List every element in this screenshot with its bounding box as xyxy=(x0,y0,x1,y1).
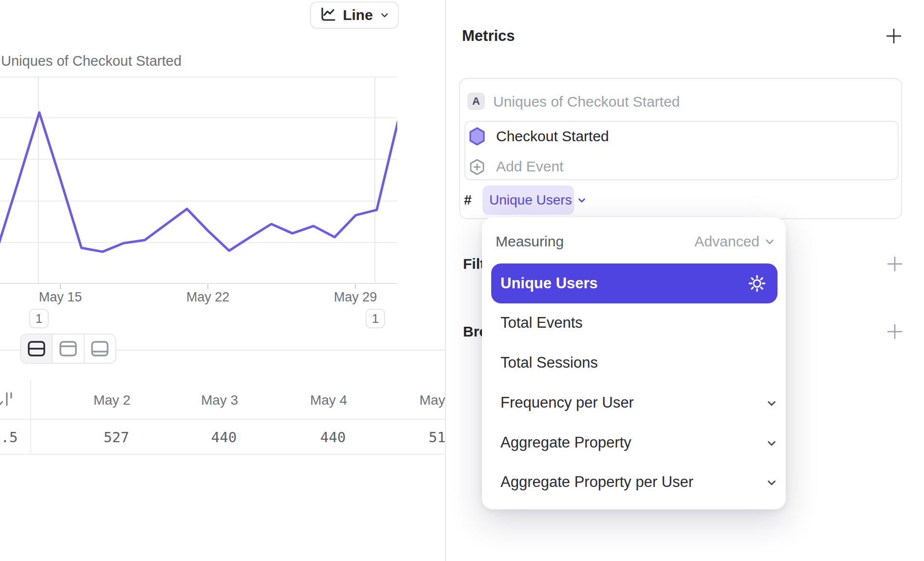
gear-icon[interactable] xyxy=(748,274,766,295)
menu-item-unique-users-selected[interactable]: Unique Users xyxy=(491,263,777,303)
chevron-down-icon xyxy=(379,10,390,20)
table-cell[interactable]: 51 xyxy=(429,429,446,446)
table-header-cell[interactable]: May 4 xyxy=(310,393,347,408)
table-row-border xyxy=(0,454,445,455)
layout-toggle-split[interactable] xyxy=(21,335,52,363)
x-axis-tick xyxy=(207,284,208,289)
add-metric-button[interactable] xyxy=(885,27,903,45)
menu-item-frequency-per-user[interactable]: Frequency per User xyxy=(500,394,634,411)
menu-item-total-sessions[interactable]: Total Sessions xyxy=(500,354,598,372)
hexagon-plus-icon xyxy=(469,159,485,177)
annotation-badge[interactable]: 1 xyxy=(366,309,385,328)
metric-card: A Uniques of Checkout Started Checkout S… xyxy=(459,78,902,219)
chart-line-series xyxy=(0,112,397,252)
table-row-label: 0.5 xyxy=(0,429,18,446)
menu-item-aggregate-property[interactable]: Aggregate Property xyxy=(500,434,631,451)
chevron-down-icon xyxy=(576,195,587,206)
plus-icon xyxy=(886,323,904,340)
add-event-button[interactable]: Add Event xyxy=(496,158,563,175)
x-axis-tick xyxy=(355,284,356,289)
chevron-down-icon xyxy=(765,397,778,411)
measuring-heading: Measuring xyxy=(496,233,564,250)
selected-item-label: Unique Users xyxy=(500,275,598,292)
table-header-cell[interactable]: May xyxy=(420,393,445,408)
x-axis-label: May 29 xyxy=(334,290,377,305)
measure-value: Unique Users xyxy=(489,192,572,208)
metrics-heading: Metrics xyxy=(462,27,515,45)
split-rows-icon xyxy=(28,341,45,356)
chart-type-label: Line xyxy=(343,7,373,23)
hexagon-icon xyxy=(469,127,485,148)
chevron-down-icon xyxy=(763,235,776,248)
table-cell[interactable]: 440 xyxy=(320,429,346,446)
event-name[interactable]: Checkout Started xyxy=(496,128,609,145)
advanced-mode-label: Advanced xyxy=(695,233,759,250)
top-bar-icon xyxy=(59,341,77,356)
chevron-down-icon xyxy=(765,437,778,451)
x-axis-label: May 22 xyxy=(186,290,230,305)
line-chart-icon xyxy=(319,7,336,23)
chevron-down-icon xyxy=(765,476,778,491)
analytics-app: Line Uniques of Checkout Started May 15 … xyxy=(0,0,924,561)
table-header-border xyxy=(0,419,445,420)
x-axis-label: May 15 xyxy=(39,290,82,305)
metric-title-input[interactable]: Uniques of Checkout Started xyxy=(493,94,680,110)
sort-descending-icon[interactable] xyxy=(0,390,16,414)
event-block: Checkout Started Add Event xyxy=(464,121,899,180)
table-header-cell[interactable]: May 2 xyxy=(93,393,130,408)
measuring-popover: Measuring Advanced Unique Users xyxy=(482,217,786,509)
layout-toggle-group xyxy=(20,334,116,364)
layout-toggle-table-only[interactable] xyxy=(84,335,115,363)
advanced-mode-dropdown[interactable]: Advanced xyxy=(695,233,776,250)
table-column-divider xyxy=(30,380,31,454)
add-filter-button[interactable] xyxy=(886,255,904,273)
measure-dropdown[interactable]: Unique Users xyxy=(482,186,574,215)
measure-prefix: # xyxy=(464,192,472,208)
layout-toggle-chart-only[interactable] xyxy=(52,335,83,363)
panel-divider xyxy=(445,0,446,561)
table-cell[interactable]: 527 xyxy=(104,429,129,446)
metric-badge: A xyxy=(467,93,485,110)
line-chart-plot[interactable] xyxy=(0,76,397,284)
menu-item-total-events[interactable]: Total Events xyxy=(500,314,583,332)
chart-type-button[interactable]: Line xyxy=(310,1,399,29)
x-axis-tick xyxy=(60,284,61,289)
plus-icon xyxy=(885,27,903,45)
menu-item-aggregate-property-per-user[interactable]: Aggregate Property per User xyxy=(500,473,693,491)
add-breakdown-button[interactable] xyxy=(886,323,904,340)
plus-icon xyxy=(886,255,904,273)
table-header-cell[interactable]: May 3 xyxy=(201,393,238,408)
chart-title: Uniques of Checkout Started xyxy=(1,53,182,69)
annotation-badge[interactable]: 1 xyxy=(29,309,49,328)
bottom-bar-icon xyxy=(91,341,109,356)
table-cell[interactable]: 440 xyxy=(211,429,237,446)
